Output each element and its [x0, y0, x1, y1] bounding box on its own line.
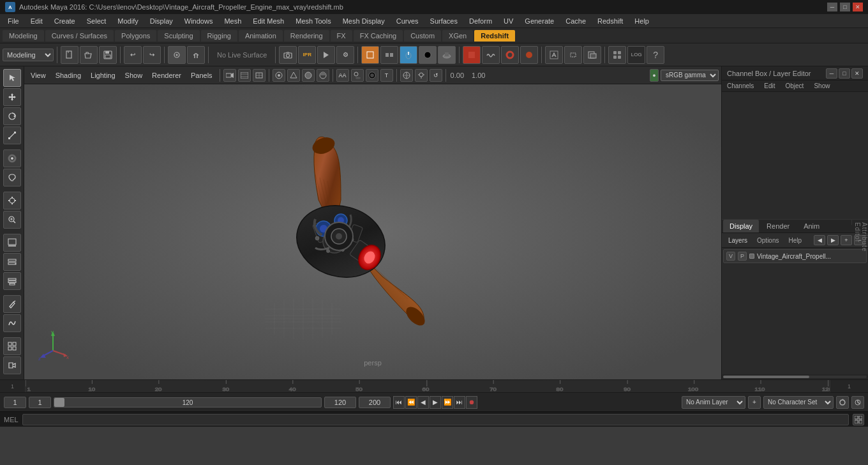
- anim-layer-dropdown[interactable]: No Anim Layer: [682, 396, 745, 409]
- le-sub-layers[interactable]: Layers: [724, 236, 751, 245]
- layer-scroll-thumb[interactable]: [723, 376, 809, 378]
- menu-edit-mesh[interactable]: Edit Mesh: [248, 16, 289, 26]
- cmd-input[interactable]: [22, 414, 849, 425]
- rs-wave-btn[interactable]: [482, 46, 500, 64]
- pb-record-btn[interactable]: ⏺: [466, 396, 477, 409]
- menu-uv[interactable]: UV: [498, 16, 518, 26]
- le-tab-display[interactable]: Display: [723, 220, 759, 232]
- menu-cache[interactable]: Cache: [560, 16, 591, 26]
- vp-shadow-btn[interactable]: [351, 69, 364, 82]
- vp-ao-btn[interactable]: [366, 69, 378, 82]
- menu-edit[interactable]: Edit: [26, 16, 48, 26]
- menu-mesh[interactable]: Mesh: [219, 16, 246, 26]
- menu-mesh-display[interactable]: Mesh Display: [338, 16, 390, 26]
- rs-ipr-btn[interactable]: [545, 46, 563, 64]
- cmd-grid-btn[interactable]: [853, 414, 864, 425]
- rs-log-btn[interactable]: LOG: [627, 46, 645, 64]
- undo-btn[interactable]: ↩: [124, 46, 142, 64]
- select-tool[interactable]: [3, 69, 21, 87]
- vp-isolate-btn[interactable]: [273, 69, 285, 82]
- frame-current-field[interactable]: [4, 397, 26, 408]
- menu-generate[interactable]: Generate: [520, 16, 559, 26]
- rs-red-cube-btn[interactable]: [463, 46, 481, 64]
- le-sub-help[interactable]: Help: [784, 236, 805, 245]
- rs-help-btn[interactable]: ?: [647, 46, 664, 64]
- camera-display-btn[interactable]: [3, 356, 21, 374]
- magnet-btn[interactable]: [187, 46, 205, 64]
- char-set-icon-1[interactable]: [836, 396, 849, 409]
- rs-ball-btn[interactable]: [520, 46, 538, 64]
- pb-start-btn[interactable]: ⏮: [393, 396, 405, 409]
- character-set-dropdown[interactable]: No Character Set: [763, 396, 834, 409]
- menu-redshift[interactable]: Redshift: [592, 16, 628, 26]
- menu-modify[interactable]: Modify: [112, 16, 143, 26]
- close-button[interactable]: ✕: [853, 3, 863, 11]
- layer-v-btn[interactable]: V: [726, 252, 735, 261]
- cb-tab-channels[interactable]: Channels: [722, 80, 759, 91]
- show-manipulator[interactable]: [3, 192, 21, 210]
- ws-tab-sculpting[interactable]: Sculpting: [158, 30, 199, 42]
- vp-cam-btn[interactable]: [223, 69, 236, 82]
- menu-mesh-tools[interactable]: Mesh Tools: [290, 16, 336, 26]
- range-slider[interactable]: 120: [54, 397, 322, 408]
- menu-help[interactable]: Help: [629, 16, 654, 26]
- le-tab-anim[interactable]: Anim: [797, 220, 826, 232]
- render-btn[interactable]: [317, 46, 335, 64]
- ws-tab-redshift[interactable]: Redshift: [474, 30, 515, 42]
- ws-tab-curves-surfaces[interactable]: Curves / Surfaces: [45, 30, 114, 42]
- vp-tex-btn[interactable]: T: [380, 69, 393, 82]
- rs-plate-btn[interactable]: [438, 46, 456, 64]
- vp-refresh-btn[interactable]: ↺: [430, 69, 442, 82]
- paint-tool[interactable]: [3, 295, 21, 313]
- vp-light-btn[interactable]: [415, 69, 428, 82]
- ws-tab-polygons[interactable]: Polygons: [115, 30, 156, 42]
- lasso-tool[interactable]: [3, 169, 21, 187]
- vp-menu-view[interactable]: View: [27, 70, 50, 80]
- menu-select[interactable]: Select: [82, 16, 112, 26]
- maximize-button[interactable]: □: [840, 3, 850, 11]
- rs-donut-btn[interactable]: [501, 46, 519, 64]
- vp-menu-show[interactable]: Show: [121, 70, 147, 80]
- ws-tab-rigging[interactable]: Rigging: [201, 30, 237, 42]
- ws-tab-fx-caching[interactable]: FX Caching: [354, 30, 403, 42]
- pb-end-btn[interactable]: ⏭: [454, 396, 465, 409]
- mode-dropdown[interactable]: Modeling: [3, 49, 54, 61]
- pb-prev-btn[interactable]: ◀: [417, 396, 429, 409]
- scene-3d[interactable]: persp y x z: [24, 84, 721, 379]
- vp-gamma-select[interactable]: sRGB gamma Linear: [661, 70, 719, 81]
- vp-ortho-btn[interactable]: [253, 69, 266, 82]
- vp-menu-renderer[interactable]: Renderer: [148, 70, 185, 80]
- ws-tab-animation[interactable]: Animation: [239, 30, 283, 42]
- vp-film-btn[interactable]: [238, 69, 251, 82]
- ws-tab-fx[interactable]: FX: [331, 30, 352, 42]
- menu-create[interactable]: Create: [49, 16, 80, 26]
- menu-surfaces[interactable]: Surfaces: [425, 16, 463, 26]
- rs-render-seq-btn[interactable]: [583, 46, 601, 64]
- snap-btn[interactable]: [168, 46, 186, 64]
- menu-windows[interactable]: Windows: [179, 16, 218, 26]
- smooth-tool[interactable]: [3, 314, 21, 332]
- add-sublayer-btn[interactable]: [3, 272, 21, 290]
- rs-region-btn[interactable]: [564, 46, 582, 64]
- render-settings-tool[interactable]: [3, 234, 21, 252]
- rs-cube-btn[interactable]: [361, 46, 379, 64]
- frame-start-field[interactable]: [29, 397, 51, 408]
- menu-deform[interactable]: Deform: [464, 16, 497, 26]
- vp-shaded-btn[interactable]: [317, 69, 329, 82]
- panel-close-btn[interactable]: ✕: [851, 68, 863, 79]
- rs-sphere-btn[interactable]: [419, 46, 437, 64]
- layer-scrollbar[interactable]: [722, 374, 868, 379]
- ipr-btn[interactable]: IPR: [298, 46, 316, 64]
- window-controls[interactable]: ─ □ ✕: [827, 3, 863, 11]
- layer-p-btn[interactable]: P: [738, 252, 747, 261]
- ws-tab-xgen[interactable]: XGen: [442, 30, 473, 42]
- menu-file[interactable]: File: [3, 16, 24, 26]
- anim-end-field[interactable]: [324, 397, 356, 408]
- le-add-btn[interactable]: +: [841, 235, 852, 245]
- ws-tab-modeling[interactable]: Modeling: [3, 30, 44, 42]
- zoom-tool[interactable]: [3, 211, 21, 229]
- scale-tool[interactable]: [3, 126, 21, 144]
- anim-layer-icon[interactable]: +: [748, 396, 761, 409]
- le-forward-btn[interactable]: ▶: [827, 235, 839, 245]
- vp-color-btn[interactable]: ●: [650, 69, 659, 82]
